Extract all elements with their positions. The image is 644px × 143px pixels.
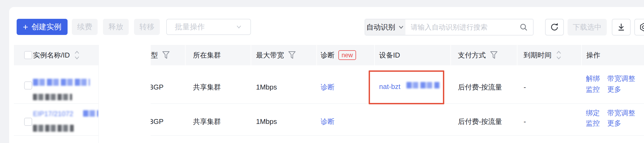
header-separator xyxy=(517,45,517,65)
redacted-instance-name[interactable]: EIP17/21072 xyxy=(33,110,73,118)
header-diagnose-label: 诊断 xyxy=(321,51,335,60)
refresh-button[interactable] xyxy=(545,19,564,35)
header-bandwidth: 最大带宽 xyxy=(256,45,296,65)
action-bind[interactable]: 绑定 xyxy=(586,108,600,118)
header-bandwidth-label: 最大带宽 xyxy=(256,51,284,60)
pay-mode-cell: 后付费-按流量 xyxy=(458,116,502,127)
header-expire-time: 到期时间 xyxy=(524,45,562,65)
header-separator xyxy=(581,45,582,65)
header-device-id-label: 设备ID xyxy=(379,51,400,60)
header-separator xyxy=(316,45,317,65)
action-monitor[interactable]: 监控 xyxy=(586,118,600,128)
header-separator xyxy=(374,45,375,65)
cluster-cell: 共享集群 xyxy=(193,116,221,127)
action-more[interactable]: 更多 xyxy=(607,84,621,95)
header-line-type: 型 xyxy=(151,45,170,65)
create-instance-button[interactable]: + 创建实例 xyxy=(17,19,68,35)
header-cluster: 所在集群 xyxy=(193,45,221,65)
action-bandwidth-adjust[interactable]: 带宽调整 xyxy=(607,108,635,118)
header-separator xyxy=(251,45,251,65)
renew-label: 续费 xyxy=(77,22,92,32)
create-instance-label: 创建实例 xyxy=(31,22,61,32)
download-button[interactable] xyxy=(612,19,631,35)
diagnose-link[interactable]: 诊断 xyxy=(321,82,335,92)
header-line-type-label: 型 xyxy=(151,51,158,60)
pay-mode-cell: 后付费-按流量 xyxy=(458,82,502,92)
line-type-cell: BGP xyxy=(149,116,164,127)
header-device-id: 设备ID xyxy=(379,45,400,65)
redacted-instance-id xyxy=(33,125,74,132)
header-operation: 操作 xyxy=(586,45,600,65)
transfer-button[interactable]: 转移 xyxy=(134,19,160,35)
header-cluster-label: 所在集群 xyxy=(193,51,221,60)
release-button[interactable]: 释放 xyxy=(103,19,129,35)
renew-button[interactable]: 续费 xyxy=(72,19,98,35)
row-checkbox[interactable] xyxy=(24,118,32,126)
new-badge: new xyxy=(338,50,356,60)
sort-icon[interactable] xyxy=(555,50,562,60)
batch-actions-dropdown[interactable]: 批量操作 xyxy=(166,19,251,35)
chevron-down-icon xyxy=(398,24,404,30)
expire-time-cell: - xyxy=(524,82,526,92)
expire-time-cell: - xyxy=(524,116,526,127)
header-expire-time-label: 到期时间 xyxy=(524,51,552,60)
transfer-label: 转移 xyxy=(139,22,154,32)
release-label: 释放 xyxy=(108,22,123,32)
header-instance-name-label: 实例名称/ID xyxy=(33,51,70,60)
sort-icon[interactable] xyxy=(73,50,80,60)
header-separator xyxy=(185,45,186,65)
header-instance-name: 实例名称/ID xyxy=(33,45,80,65)
plus-icon: + xyxy=(23,22,28,31)
header-diagnose: 诊断 new xyxy=(321,45,356,65)
censor-band xyxy=(98,45,151,143)
header-separator xyxy=(450,45,451,65)
search-bar: 自动识别 xyxy=(365,19,534,35)
search-category-label: 自动识别 xyxy=(366,22,395,32)
header-pay-mode: 支付方式 xyxy=(458,45,498,65)
redacted-instance-id xyxy=(33,94,72,100)
select-all-checkbox[interactable] xyxy=(24,51,32,59)
action-more[interactable]: 更多 xyxy=(607,118,621,128)
refresh-icon xyxy=(550,22,559,32)
action-unbind[interactable]: 解绑 xyxy=(586,73,600,84)
download-selected-label: 下载选中 xyxy=(573,22,602,32)
diagnose-link[interactable]: 诊断 xyxy=(321,116,335,127)
header-operation-label: 操作 xyxy=(586,51,600,60)
bandwidth-cell: 1Mbps xyxy=(256,82,277,92)
action-bandwidth-adjust[interactable]: 带宽调整 xyxy=(607,73,635,84)
filter-icon[interactable] xyxy=(490,51,498,60)
filter-icon[interactable] xyxy=(162,51,170,60)
device-id-highlight-box xyxy=(369,70,444,104)
batch-actions-label: 批量操作 xyxy=(175,22,205,32)
search-icon[interactable] xyxy=(519,23,528,32)
filter-icon[interactable] xyxy=(288,51,296,60)
search-category-select[interactable]: 自动识别 xyxy=(365,19,405,35)
line-type-cell: BGP xyxy=(149,82,164,92)
header-pay-mode-label: 支付方式 xyxy=(458,51,486,60)
gear-icon xyxy=(639,22,644,32)
row-checkbox[interactable] xyxy=(24,81,32,90)
column-settings-button[interactable] xyxy=(634,19,644,35)
eip-instance-page: + 创建实例 续费 释放 转移 批量操作 自动识别 下载选中 xyxy=(0,0,644,143)
search-input[interactable] xyxy=(405,19,519,35)
download-selected-button[interactable]: 下载选中 xyxy=(568,19,607,35)
redacted-instance-name[interactable] xyxy=(33,79,90,86)
chevron-down-icon xyxy=(235,23,242,30)
redacted-instance-name xyxy=(83,110,99,117)
bandwidth-cell: 1Mbps xyxy=(256,116,277,127)
download-icon xyxy=(617,23,626,32)
cluster-cell: 共享集群 xyxy=(193,82,221,92)
action-monitor[interactable]: 监控 xyxy=(586,84,600,95)
